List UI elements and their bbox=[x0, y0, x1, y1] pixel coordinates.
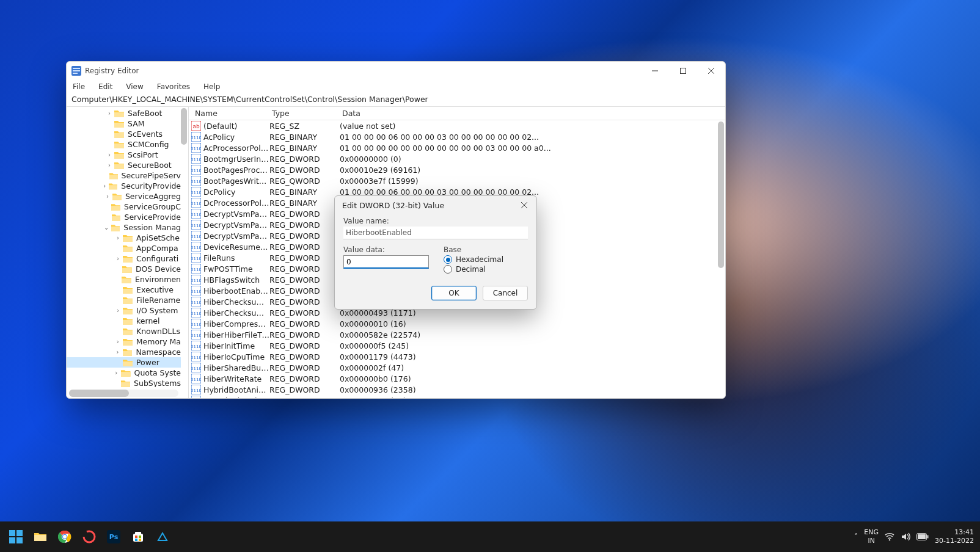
value-type: REG_DWORD bbox=[269, 385, 340, 394]
tree-item[interactable]: ⌄Session Manag bbox=[67, 222, 181, 233]
tree-item[interactable]: ›Quota Syste bbox=[67, 368, 181, 378]
value-row[interactable]: 0110KernelAnimationREG_DWORD0x00000057 (… bbox=[189, 395, 717, 398]
battery-icon[interactable] bbox=[916, 533, 929, 540]
value-type: REG_DWORD bbox=[269, 352, 340, 361]
wifi-icon[interactable] bbox=[885, 532, 894, 541]
svg-rect-110 bbox=[918, 534, 926, 539]
value-row[interactable]: 0110BootPagesWrittenREG_QWORD0x00003e7f … bbox=[189, 175, 717, 186]
tree-item[interactable]: SCMConfig bbox=[67, 139, 181, 150]
menu-view[interactable]: View bbox=[123, 81, 145, 92]
value-row[interactable]: 0110HiberHiberFileTi...REG_DWORD0x000058… bbox=[189, 329, 717, 340]
ok-button[interactable]: OK bbox=[431, 286, 477, 300]
menu-help[interactable]: Help bbox=[201, 81, 222, 92]
col-header-name[interactable]: Name bbox=[191, 109, 268, 118]
value-name: HiberbootEnabl... bbox=[203, 286, 269, 296]
tree-twisty-icon[interactable]: › bbox=[106, 109, 113, 118]
tree-item[interactable]: ServiceGroupC bbox=[67, 202, 181, 212]
tree-item[interactable]: KnownDLLs bbox=[67, 326, 181, 336]
tree-item[interactable]: SubSystems bbox=[67, 378, 181, 387]
taskbar-store-icon[interactable] bbox=[128, 527, 148, 547]
tree-scrollbar-horizontal[interactable] bbox=[69, 390, 178, 397]
menu-edit[interactable]: Edit bbox=[96, 81, 115, 92]
tree-twisty-icon[interactable]: ⌄ bbox=[103, 223, 110, 233]
tree-item[interactable]: ›ApiSetSche bbox=[67, 233, 181, 243]
svg-rect-27 bbox=[123, 310, 133, 314]
value-row[interactable]: 0110HiberSharedBuff...REG_DWORD0x0000002… bbox=[189, 362, 717, 373]
tree-item[interactable]: kernel bbox=[67, 316, 181, 326]
tree-twisty-icon[interactable]: › bbox=[114, 254, 122, 264]
list-header[interactable]: Name Type Data bbox=[189, 107, 725, 120]
language-indicator[interactable]: ENG IN bbox=[864, 528, 879, 545]
tree-item[interactable]: ›SecurityProvide bbox=[67, 181, 181, 191]
tree-twisty-icon[interactable]: › bbox=[101, 181, 108, 191]
tree-item[interactable]: ›ScsiPort bbox=[67, 150, 181, 160]
value-row[interactable]: 0110HiberInitTimeREG_DWORD0x000000f5 (24… bbox=[189, 340, 717, 351]
tree-item[interactable]: ›ServiceAggreg bbox=[67, 191, 181, 202]
dialog-close-button[interactable] bbox=[516, 198, 533, 212]
menu-favorites[interactable]: Favorites bbox=[155, 81, 192, 92]
taskbar-chrome-icon[interactable] bbox=[55, 527, 75, 547]
tree-item[interactable]: Executive bbox=[67, 285, 181, 295]
tree-item[interactable]: ›SecureBoot bbox=[67, 160, 181, 170]
list-scrollbar-vertical[interactable] bbox=[718, 122, 724, 396]
tree-twisty-icon[interactable]: › bbox=[104, 192, 111, 202]
start-button[interactable] bbox=[6, 527, 26, 547]
titlebar[interactable]: Registry Editor bbox=[67, 62, 725, 80]
value-row[interactable]: ab(Default)REG_SZ(value not set) bbox=[189, 120, 717, 131]
close-button[interactable] bbox=[697, 62, 725, 80]
value-row[interactable]: 0110BootPagesProces...REG_DWORD0x00010e2… bbox=[189, 164, 717, 175]
tree-item[interactable]: SAM bbox=[67, 118, 181, 129]
dialog-titlebar[interactable]: Edit DWORD (32-bit) Value bbox=[335, 196, 536, 214]
taskbar-explorer-icon[interactable] bbox=[31, 527, 50, 547]
tree-scrollbar-vertical[interactable] bbox=[181, 108, 187, 388]
volume-icon[interactable] bbox=[901, 532, 910, 541]
tree-twisty-icon[interactable]: › bbox=[114, 347, 122, 357]
tree-item[interactable]: ServiceProvide bbox=[67, 212, 181, 222]
value-data-input[interactable] bbox=[343, 255, 429, 269]
value-data: 0x00000000 (0) bbox=[340, 154, 717, 164]
value-name: HiberInitTime bbox=[203, 341, 269, 350]
tree-twisty-icon[interactable]: › bbox=[114, 233, 122, 243]
cancel-button[interactable]: Cancel bbox=[483, 286, 528, 300]
value-row[interactable]: 0110AcPolicyREG_BINARY01 00 00 00 06 00 … bbox=[189, 131, 717, 142]
taskbar-app2-icon[interactable] bbox=[153, 527, 172, 547]
tree-item[interactable]: FileRename bbox=[67, 295, 181, 305]
tree-item[interactable]: ScEvents bbox=[67, 129, 181, 139]
svg-rect-26 bbox=[123, 299, 133, 304]
tree-item[interactable]: Power bbox=[67, 357, 181, 368]
tray-overflow-icon[interactable]: ˄ bbox=[854, 532, 858, 541]
tree-item[interactable]: ›I/O System bbox=[67, 305, 181, 316]
svg-text:0110: 0110 bbox=[191, 180, 201, 184]
tree-twisty-icon[interactable]: › bbox=[113, 368, 120, 378]
tree-twisty-icon[interactable]: › bbox=[106, 161, 113, 170]
tree-item[interactable]: ›Memory Ma bbox=[67, 336, 181, 347]
tree-item[interactable]: AppCompa bbox=[67, 243, 181, 253]
value-row[interactable]: 0110AcProcessorPolicyREG_BINARY01 00 00 … bbox=[189, 142, 717, 153]
tree-twisty-icon[interactable]: › bbox=[106, 150, 113, 160]
col-header-type[interactable]: Type bbox=[268, 109, 338, 118]
radio-hexadecimal[interactable]: Hexadecimal bbox=[444, 255, 503, 264]
tree-item[interactable]: ›Configurati bbox=[67, 253, 181, 264]
address-bar[interactable]: Computer\HKEY_LOCAL_MACHINE\SYSTEM\Curre… bbox=[67, 93, 725, 107]
radio-decimal[interactable]: Decimal bbox=[444, 265, 503, 274]
value-row[interactable]: 0110HiberCompressR...REG_DWORD0x00000010… bbox=[189, 318, 717, 329]
tree-twisty-icon[interactable]: › bbox=[114, 306, 122, 316]
tree-item[interactable]: SecurePipeServ bbox=[67, 170, 181, 181]
menu-file[interactable]: File bbox=[70, 81, 87, 92]
value-row[interactable]: 0110HybridBootAnim...REG_DWORD0x00000936… bbox=[189, 384, 717, 395]
svg-rect-12 bbox=[114, 154, 124, 159]
tree-twisty-icon[interactable]: › bbox=[114, 337, 122, 347]
clock[interactable]: 13:41 30-11-2022 bbox=[935, 528, 974, 545]
tree-item[interactable]: ›SafeBoot bbox=[67, 108, 181, 118]
tree-item[interactable]: ›Namespace bbox=[67, 347, 181, 357]
taskbar-photoshop-icon[interactable]: Ps bbox=[104, 527, 123, 547]
taskbar-app-icon[interactable] bbox=[79, 527, 99, 547]
tree-item[interactable]: DOS Device bbox=[67, 264, 181, 274]
minimize-button[interactable] bbox=[641, 62, 669, 80]
col-header-data[interactable]: Data bbox=[338, 109, 725, 118]
tree-item[interactable]: Environmen bbox=[67, 274, 181, 285]
value-row[interactable]: 0110HiberIoCpuTimeREG_DWORD0x00001179 (4… bbox=[189, 351, 717, 362]
value-row[interactable]: 0110HiberWriteRateREG_DWORD0x000000b0 (1… bbox=[189, 373, 717, 384]
value-row[interactable]: 0110BootmgrUserInp...REG_DWORD0x00000000… bbox=[189, 153, 717, 164]
maximize-button[interactable] bbox=[669, 62, 697, 80]
